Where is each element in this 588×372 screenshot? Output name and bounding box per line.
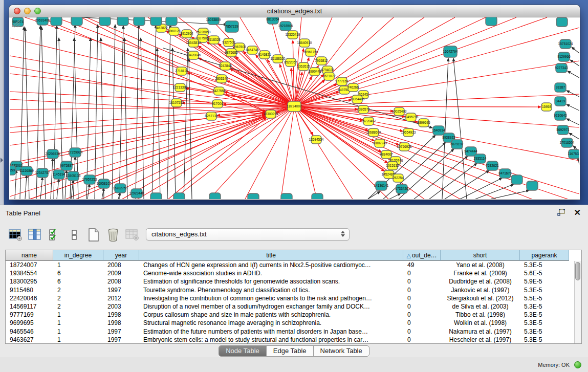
black-edge — [112, 25, 115, 199]
table-mode-icon[interactable] — [8, 227, 23, 243]
node-label: 2935114 — [474, 157, 487, 160]
node-label: 8813054 — [266, 17, 279, 21]
table-cell: 5.3E-5 — [520, 286, 569, 294]
black-edge — [136, 25, 139, 199]
table-body: 1872400712008Changes of HCN gene express… — [6, 261, 581, 344]
table-cell: Genome-wide association studies in ADHD. — [139, 269, 403, 277]
tab-node-table[interactable]: Node Table — [219, 346, 267, 356]
table-vertical-scrollbar[interactable] — [574, 261, 581, 343]
node-label: 8454749 — [246, 48, 259, 52]
node-label: 19218506 — [278, 24, 293, 28]
table-row[interactable]: 1938455462009Genome-wide association stu… — [6, 269, 581, 277]
node-label: 12342757 — [35, 171, 50, 174]
column-header-title[interactable]: title — [139, 250, 403, 261]
network-window-titlebar[interactable]: citations_edges.txt — [9, 5, 580, 17]
table-cell: 0 — [403, 302, 441, 311]
network-node[interactable] — [134, 17, 145, 26]
table-cell: 6 — [53, 269, 103, 277]
network-node[interactable] — [166, 17, 177, 26]
black-edge — [101, 38, 104, 199]
node-label: 1621072 — [322, 74, 336, 78]
table-row[interactable]: 946362711997Embryonic stem cells: a mode… — [6, 336, 581, 344]
node-label: 12325419 — [286, 33, 300, 36]
node-label: 16961758 — [303, 50, 318, 54]
node-label: 16543812 — [186, 41, 201, 45]
network-node[interactable] — [486, 17, 497, 26]
table-row[interactable]: 1830029562008Estimation of significance … — [6, 277, 581, 286]
node-label: 93387 — [556, 85, 565, 89]
node-label: 7386572 — [357, 107, 370, 111]
network-node[interactable] — [117, 17, 128, 26]
table-panel: Table Panel ✕ — [0, 205, 588, 372]
network-node[interactable] — [527, 181, 538, 190]
new-table-icon[interactable] — [86, 227, 101, 243]
table-cell: de Silva et al. (2003) — [441, 302, 520, 311]
network-canvas[interactable]: 1872400718300295946382288601288912954252… — [10, 17, 579, 199]
network-node[interactable] — [51, 17, 62, 26]
table-cell: 2009 — [103, 269, 139, 277]
tab-edge-table[interactable]: Edge Table — [267, 346, 314, 356]
network-node[interactable] — [209, 193, 221, 199]
network-node[interactable] — [71, 17, 82, 26]
node-label: 8938923 — [442, 136, 455, 139]
window-resize-handle[interactable] — [10, 17, 21, 28]
black-edge — [568, 71, 579, 78]
network-node[interactable] — [150, 193, 162, 199]
table-row[interactable]: 977716911998Corpus callosum shape and si… — [6, 311, 581, 319]
close-panel-icon[interactable]: ✕ — [574, 209, 581, 216]
node-label: 10025493 — [392, 110, 407, 113]
node-label: 20206536 — [46, 152, 60, 156]
column-header-year[interactable]: year — [103, 250, 139, 261]
column-header-out_de[interactable]: △out_de… — [403, 250, 441, 261]
black-edge — [567, 91, 579, 97]
memory-ok-indicator — [574, 361, 581, 368]
table-cell: 9699695 — [6, 319, 53, 327]
table-row[interactable]: 2242004622012Investigating the contribut… — [6, 294, 581, 302]
node-label: 9210643 — [554, 114, 567, 117]
tab-network-table[interactable]: Network Table — [314, 346, 369, 356]
table-row[interactable]: 946554611997Estimation of the future num… — [6, 327, 581, 336]
row-height-icon[interactable] — [67, 227, 81, 243]
table-cell: 1 — [53, 327, 103, 336]
node-label: 16958107 — [97, 182, 112, 185]
table-row[interactable]: 1872400712008Changes of HCN gene express… — [6, 261, 581, 269]
column-header-short[interactable]: short — [441, 250, 520, 261]
float-panel-icon[interactable] — [557, 209, 567, 216]
network-node[interactable] — [99, 17, 111, 26]
scrollbar-thumb[interactable] — [575, 262, 580, 280]
node-label: 2967608 — [233, 45, 246, 49]
black-edge — [572, 47, 579, 53]
network-node[interactable] — [173, 193, 185, 199]
node-label: 1362615 — [297, 64, 310, 68]
network-node[interactable] — [150, 17, 162, 26]
network-node[interactable] — [248, 193, 259, 199]
table-cell: Jankovic et al. (1997) — [441, 286, 520, 294]
column-header-pagerank[interactable]: pagerank — [520, 250, 569, 261]
node-label: 10688609 — [366, 130, 381, 134]
node-label: 16107552 — [169, 101, 184, 104]
select-rows-icon[interactable] — [47, 227, 62, 243]
table-cell: 5.3E-5 — [520, 327, 569, 336]
node-label: 10756928 — [397, 145, 412, 148]
network-node[interactable] — [312, 193, 323, 199]
table-row[interactable]: 1456911722003Disruption of a novel membe… — [6, 302, 581, 311]
column-header-in_degree[interactable]: in_degree — [53, 250, 103, 261]
black-edge — [88, 184, 90, 199]
table-cell: 5.9E-5 — [520, 277, 569, 286]
node-label: 13505135 — [66, 174, 81, 178]
table-row[interactable]: 911546021997Tourette syndrome. Phenomeno… — [6, 286, 581, 294]
table-cell: Franke et al. (2009) — [441, 269, 520, 277]
network-node[interactable] — [511, 175, 522, 184]
column-header-name[interactable]: name — [6, 250, 53, 261]
table-cell: Disruption of a novel member of a sodium… — [139, 302, 403, 311]
node-label: 2803144 — [215, 77, 228, 80]
table-chooser-select[interactable]: citations_edges.txt — [146, 228, 350, 240]
table-cell: 5.6E-5 — [520, 269, 569, 277]
collapse-arrow-icon[interactable] — [1, 158, 3, 163]
network-node[interactable] — [556, 17, 568, 27]
table-row[interactable]: 969969511998Structural magnetic resonanc… — [6, 319, 581, 327]
node-label: 1015132 — [386, 164, 399, 167]
network-node[interactable] — [281, 193, 292, 199]
show-columns-icon[interactable] — [28, 227, 42, 243]
delete-entries-icon[interactable] — [105, 227, 120, 243]
